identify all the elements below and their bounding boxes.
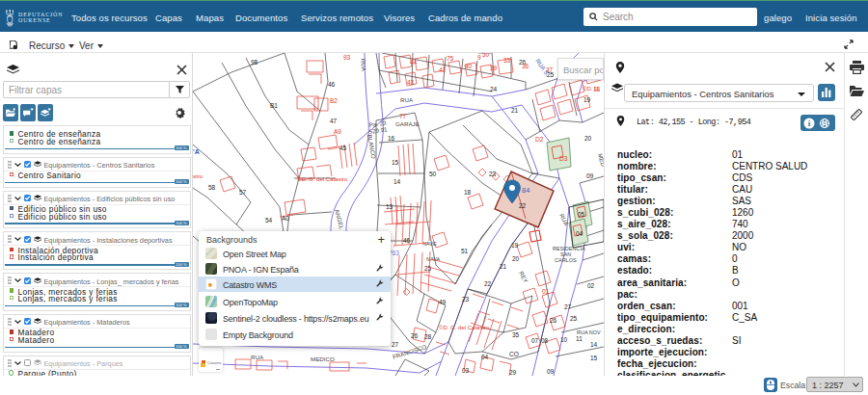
svg-text:40: 40 [465, 63, 473, 69]
svg-text:B1: B1 [270, 102, 278, 109]
svg-text:REY: REY [518, 270, 529, 284]
svg-text:B2: B2 [330, 97, 338, 104]
svg-text:RUA: RUA [251, 354, 264, 360]
svg-text:43: 43 [407, 79, 415, 86]
svg-text:98: 98 [251, 59, 258, 66]
svg-text:01: 01 [542, 288, 550, 295]
svg-text:19: 19 [583, 96, 591, 103]
svg-text:02: 02 [587, 282, 595, 289]
svg-text:stro: stro [193, 173, 203, 179]
svg-text:75: 75 [447, 55, 454, 62]
svg-text:04: 04 [481, 354, 489, 360]
svg-text:D2: D2 [535, 136, 544, 143]
svg-text:35: 35 [512, 331, 520, 338]
svg-text:21: 21 [511, 107, 519, 114]
svg-text:07: 07 [531, 337, 539, 344]
svg-text:26: 26 [550, 317, 557, 324]
svg-text:54: 54 [265, 217, 273, 224]
svg-text:27: 27 [392, 341, 399, 348]
svg-text:22: 22 [519, 202, 527, 209]
svg-text:57: 57 [239, 189, 247, 196]
svg-text:©D. G. del Catastro: ©D. G. del Catastro [297, 176, 348, 182]
svg-text:50: 50 [482, 53, 490, 58]
svg-text:22: 22 [484, 280, 492, 287]
svg-text:NAVE: NAVE [422, 241, 437, 247]
svg-text:19: 19 [511, 242, 519, 249]
svg-text:11: 11 [576, 335, 583, 342]
svg-text:39: 39 [490, 65, 498, 71]
svg-text:50: 50 [429, 171, 437, 177]
svg-text:58: 58 [208, 184, 216, 191]
svg-text:44: 44 [410, 59, 418, 66]
svg-text:08: 08 [541, 337, 549, 344]
svg-text:84: 84 [522, 186, 529, 195]
svg-text:10: 10 [560, 336, 568, 343]
svg-text:03: 03 [462, 367, 470, 374]
svg-text:51: 51 [461, 248, 469, 254]
svg-text:77: 77 [399, 113, 407, 119]
svg-text:MEDICO: MEDICO [311, 356, 335, 362]
svg-text:27: 27 [564, 303, 572, 310]
svg-text:BLANCO: BLANCO [366, 134, 377, 159]
svg-text:46: 46 [328, 81, 336, 88]
svg-text:RUA NOV: RUA NOV [577, 329, 601, 335]
svg-text:CARLOS: CARLOS [555, 257, 577, 263]
svg-text:49: 49 [439, 299, 447, 305]
svg-text:05: 05 [578, 211, 585, 218]
svg-text:18: 18 [464, 189, 472, 196]
svg-text:CO: CO [509, 351, 519, 357]
svg-text:D3: D3 [559, 155, 568, 162]
svg-text:A9: A9 [334, 128, 341, 135]
svg-text:21: 21 [500, 263, 507, 270]
svg-text:26: 26 [411, 332, 419, 339]
svg-text:13: 13 [386, 203, 393, 210]
svg-text:MED: MED [597, 152, 604, 168]
svg-text:09: 09 [547, 368, 555, 375]
svg-text:20: 20 [584, 135, 592, 142]
svg-text:20: 20 [512, 255, 520, 262]
svg-text:09: 09 [586, 172, 594, 179]
svg-text:28: 28 [424, 333, 432, 340]
svg-text:47: 47 [330, 118, 338, 124]
svg-text:GARAJE: GARAJE [395, 120, 420, 127]
svg-text:16: 16 [388, 135, 395, 142]
svg-text:23: 23 [489, 171, 497, 177]
svg-text:15: 15 [590, 355, 598, 361]
svg-text:14: 14 [393, 178, 401, 185]
svg-text:23: 23 [462, 296, 470, 303]
svg-text:14: 14 [590, 341, 598, 348]
svg-text:93: 93 [343, 54, 351, 61]
svg-text:25: 25 [424, 265, 432, 272]
svg-text:25: 25 [570, 315, 578, 322]
svg-text:45: 45 [339, 145, 347, 151]
svg-text:29: 29 [509, 369, 517, 376]
svg-text:41: 41 [439, 66, 447, 73]
svg-text:9: 9 [477, 54, 481, 61]
svg-text:RUA: RUA [360, 58, 367, 71]
svg-text:24: 24 [490, 86, 498, 92]
svg-text:RUA: RUA [400, 96, 414, 103]
svg-text:ANGEL: ANGEL [334, 208, 345, 230]
svg-text:33: 33 [503, 57, 511, 64]
svg-text:36: 36 [522, 63, 529, 69]
svg-text:04: 04 [576, 230, 583, 237]
svg-text:15: 15 [392, 159, 399, 166]
svg-text:A0: A0 [282, 215, 289, 222]
svg-text:'A: 'A [193, 148, 200, 155]
svg-text:©D. G.: ©D. G. [583, 86, 601, 92]
